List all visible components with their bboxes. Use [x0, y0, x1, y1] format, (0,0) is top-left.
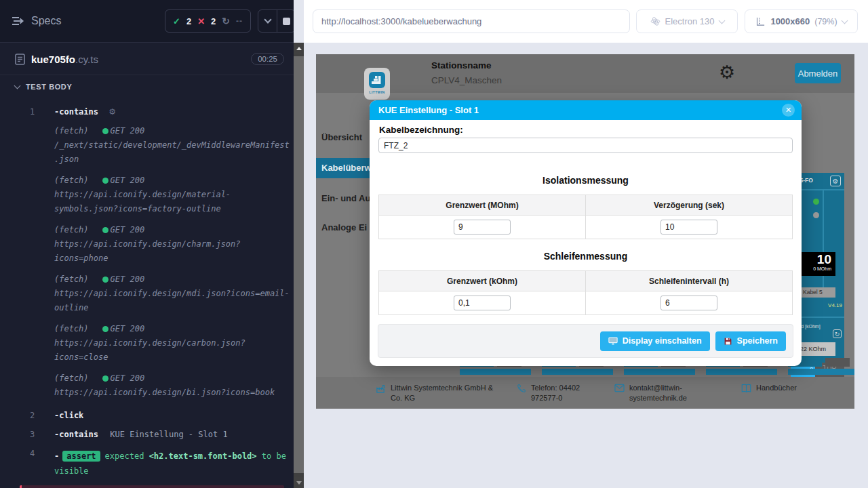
assert-message: expected [105, 451, 144, 461]
viewport-size: 1000x660 [770, 16, 810, 26]
specs-menu-icon[interactable] [12, 16, 24, 26]
browser-selector[interactable]: Electron 130 [636, 9, 738, 33]
status-dot-icon [102, 227, 108, 233]
modal-title: KUE Einstellung - Slot 1 [378, 105, 479, 115]
log-step-failed[interactable]: 5 -contains ✕ 0 [20, 485, 284, 488]
network-request-row[interactable]: (fetch)GET 200 https://api.iconify.desig… [0, 371, 294, 400]
request-status: GET 200 [111, 176, 145, 185]
littwin-logo: LITTWIN [364, 68, 390, 100]
book-icon [741, 384, 751, 393]
electron-icon [650, 16, 660, 26]
chevron-down-icon [264, 16, 271, 23]
url-input[interactable] [313, 9, 630, 33]
step-number: 4 [30, 449, 35, 458]
isolation-table: Grenzwert (MOhm) Verzögerung (sek) [378, 195, 793, 239]
email-icon [614, 384, 625, 392]
stop-icon [283, 18, 290, 25]
viewport-zoom: (79%) [814, 17, 837, 26]
save-button[interactable]: Speichern [715, 331, 786, 351]
request-url: /_next/static/development/_devMiddleware… [54, 138, 290, 167]
step-number: 3 [30, 430, 35, 439]
status-led-green [813, 199, 819, 205]
loop-table: Grenzwert (kOhm) Schleifenintervall (h) [378, 270, 793, 315]
request-status: GET 200 [111, 225, 145, 235]
failed-icon: ✕ [197, 16, 205, 26]
settings-gear-icon[interactable]: ⚙ [719, 63, 735, 81]
footer-phone: Telefon: 04402 972577-0 [517, 383, 598, 403]
close-icon[interactable]: ✕ [782, 104, 795, 117]
firmware-version: V4.19 [828, 302, 842, 308]
scroll-down-button[interactable] [294, 477, 304, 488]
request-status: GET 200 [111, 324, 145, 333]
kue-settings-modal: KUE Einstellung - Slot 1 ✕ Kabelbezeichn… [370, 100, 802, 366]
status-dot-icon [102, 277, 108, 283]
loop-section-title: Schleifenmessung [370, 251, 802, 262]
cable-designation-label: Kabelbezeichnung: [379, 125, 463, 135]
monitor-icon [608, 337, 618, 345]
stop-button[interactable] [277, 10, 294, 32]
command-name: -contains [54, 107, 98, 117]
loop-intervall-input[interactable] [660, 296, 717, 310]
reporter-scrollbar[interactable] [294, 43, 304, 488]
chevron-down-icon [841, 17, 848, 24]
status-led-gray [813, 212, 819, 218]
network-request-row[interactable]: (fetch)GET 200 /_next/static/development… [0, 124, 294, 167]
test-body-label: TEST BODY [26, 83, 72, 91]
column-header: Verzögerung (sek) [585, 195, 792, 215]
column-header: Grenzwert (MOhm) [379, 195, 585, 215]
network-request-row[interactable]: (fetch)GET 200 https://api.iconify.desig… [0, 174, 294, 216]
passed-count: 2 [186, 16, 191, 26]
specs-title[interactable]: Specs [31, 15, 61, 27]
save-floppy-icon [724, 337, 732, 346]
status-dot-icon [102, 326, 108, 332]
modal-footer: Display einschalten Speichern [378, 324, 793, 358]
logo-text: LITTWIN [369, 90, 384, 94]
scrollbar-thumb[interactable] [294, 56, 304, 473]
viewport-selector[interactable]: 1000x660 (79%) [745, 9, 858, 33]
log-step-contains-2[interactable]: 3 -contains KUE Einstellung - Slot 1 [0, 430, 294, 440]
factory-icon [376, 384, 386, 394]
command-name: -click [54, 411, 83, 420]
request-url: https://api.iconify.design/carbon.json?i… [54, 336, 290, 365]
iso-verzoegerung-input[interactable] [660, 220, 717, 235]
request-status: GET 200 [111, 126, 145, 136]
collapse-button[interactable] [258, 10, 277, 32]
command-name: -contains [54, 430, 98, 439]
reporter-header: Specs ✓ 2 ✕ 2 ↻ -- [0, 0, 294, 43]
spec-ext: .cy.ts [75, 54, 98, 65]
spec-file-row[interactable]: kue705fo.cy.ts 00:25 [0, 43, 294, 75]
command-log: 1 -contains ⚙ (fetch)GET 200 /_next/stat… [0, 98, 294, 488]
pending-icon: ↻ [222, 16, 230, 26]
aut-toolbar: Electron 130 1000x660 (79%) [304, 0, 868, 43]
refresh-icon[interactable]: ↻ [833, 329, 842, 338]
log-step-click[interactable]: 2 -click [0, 411, 294, 421]
footer-manuals[interactable]: Handbücher [741, 383, 797, 393]
arrow-up-icon [296, 47, 302, 50]
failed-count: 2 [211, 16, 216, 26]
display-on-button[interactable]: Display einschalten [600, 331, 710, 351]
cable-designation-input[interactable] [378, 138, 793, 153]
loop-grenzwert-input[interactable] [454, 296, 511, 310]
network-request-row[interactable]: (fetch)GET 200 https://api.iconify.desig… [0, 223, 294, 266]
test-body-section[interactable]: TEST BODY [0, 75, 294, 98]
iso-grenzwert-input[interactable] [454, 220, 511, 235]
modal-header: KUE Einstellung - Slot 1 ✕ [370, 100, 802, 120]
log-step-assert[interactable]: 4 -assertexpected <h2.text-sm.font-bold>… [0, 449, 294, 479]
passed-icon: ✓ [173, 16, 180, 26]
request-url: https://api.iconify.design/bi.json?icons… [54, 386, 290, 400]
log-step-contains-1[interactable]: 1 -contains ⚙ [0, 107, 294, 117]
assert-badge: assert [62, 451, 100, 462]
network-request-row[interactable]: (fetch)GET 200 https://api.iconify.desig… [0, 322, 294, 365]
logout-button[interactable]: Abmelden [795, 63, 841, 83]
request-status: GET 200 [111, 274, 145, 284]
app-header: Stationsname CPLV4_Maschen ⚙ Abmelden [316, 54, 854, 93]
command-argument: KUE Einstellung - Slot 1 [110, 430, 227, 439]
network-request-row[interactable]: (fetch)GET 200 https://api.iconify.desig… [0, 272, 294, 315]
scroll-up-button[interactable] [294, 43, 304, 54]
step-number: 1 [30, 107, 35, 117]
device-gear-icon[interactable]: ⚙ [830, 176, 841, 186]
status-dot-icon [102, 375, 108, 382]
kue-app: Stationsname CPLV4_Maschen ⚙ Abmelden LI… [316, 54, 854, 409]
assert-selector: <h2.text-sm.font-bold> [149, 451, 257, 461]
column-header: Schleifenintervall (h) [585, 271, 792, 291]
